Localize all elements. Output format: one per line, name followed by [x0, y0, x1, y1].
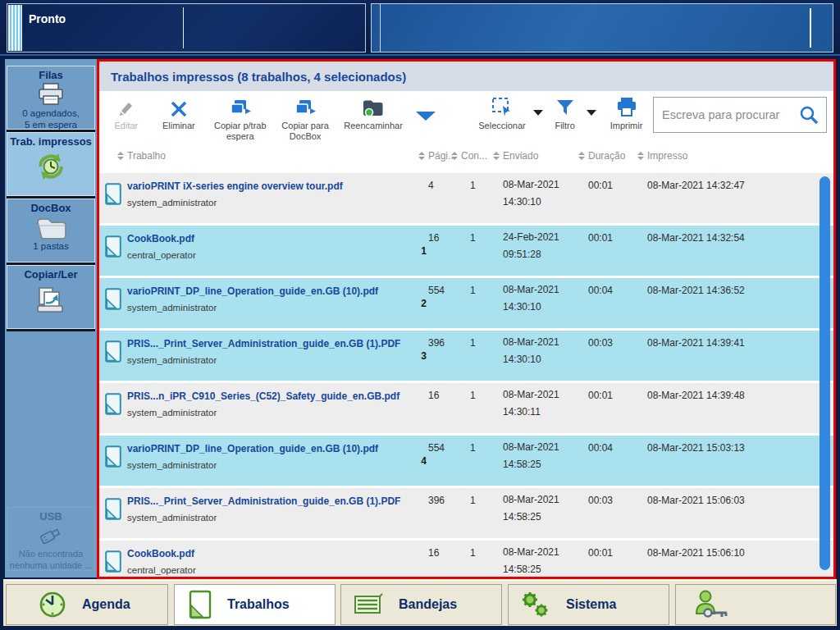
column-header-impresso[interactable]: Impresso [647, 150, 808, 162]
table-row[interactable]: CookBook.pdfcentral_operator116124-Feb-2… [99, 226, 833, 276]
tab-label: Sistema [566, 597, 616, 612]
document-icon [188, 590, 212, 619]
sort-icon [418, 152, 425, 160]
job-owner: system_administrator [127, 303, 412, 313]
job-copies: 1 [461, 278, 503, 328]
sidebar-item-usb: USB Não encontrada nenhuma unidade ... [7, 507, 95, 571]
search-box [653, 97, 827, 133]
status-panel: Pronto [7, 3, 366, 52]
chevron-down-icon [416, 112, 436, 121]
sidebar-item-docbox[interactable]: DocBox 1 pastas [7, 199, 95, 262]
job-duration: 00:04 [588, 436, 647, 486]
table-row[interactable]: PRIS...n_iPR_C910_Series_(C52)_Safety_gu… [99, 383, 833, 433]
job-copies: 1 [461, 173, 503, 223]
chevron-down-icon [587, 110, 596, 116]
column-header-trabalho[interactable]: Trabalho [127, 150, 412, 162]
select-button[interactable]: Seleccionar [474, 97, 531, 131]
select-area-icon [491, 97, 513, 118]
filter-button[interactable]: Filtro [546, 97, 583, 131]
bottom-tab-bar: Agenda Trabalhos Bandejas [0, 579, 840, 630]
printer-icon [7, 82, 94, 107]
copy-to-waiting-button[interactable]: Copiar p/trab espera [208, 97, 272, 142]
tab-bandejas[interactable]: Bandejas [340, 584, 502, 625]
document-icon [99, 541, 127, 579]
job-copies: 1 [461, 436, 503, 486]
table-row[interactable]: varioPRINT_DP_line_Operation_guide_en.GB… [99, 278, 833, 328]
trays-icon [353, 591, 384, 618]
tab-trabalhos[interactable]: Trabalhos [174, 584, 336, 625]
job-pages: 4 [428, 173, 461, 223]
search-icon[interactable] [798, 104, 819, 126]
table-row[interactable]: varioPRINT_DP_line_Operation_guide_en.GB… [99, 436, 833, 486]
tab-label: Trabalhos [227, 597, 290, 612]
table-row[interactable]: varioPRINT iX-series engine overview tou… [99, 173, 833, 223]
job-name: CookBook.pdf [127, 548, 412, 559]
printer-status-text: Pronto [29, 12, 66, 25]
job-name: varioPRINT iX-series engine overview tou… [127, 180, 412, 192]
copy-scan-icon [7, 281, 94, 317]
divider [183, 7, 184, 48]
sort-icon [117, 152, 124, 160]
more-actions-button[interactable] [409, 112, 442, 121]
tab-label: Bandejas [399, 597, 457, 612]
divider [380, 4, 381, 52]
job-name: CookBook.pdf [127, 233, 412, 244]
sort-icon [451, 152, 458, 160]
select-dropdown-button[interactable] [530, 110, 546, 116]
table-row[interactable]: PRIS..._Print_Server_Administration_guid… [99, 488, 833, 538]
table-row[interactable]: PRIS..._Print_Server_Administration_guid… [99, 331, 833, 381]
job-owner: central_operator [127, 565, 412, 575]
job-owner: system_administrator [127, 198, 412, 208]
document-icon [99, 278, 127, 328]
selection-order: 2 [412, 278, 428, 328]
job-sent: 08-Mar-202114:30:10 [503, 331, 588, 381]
tab-login-key[interactable] [675, 584, 836, 625]
vertical-scrollbar[interactable] [819, 176, 830, 570]
job-name: varioPRINT_DP_line_Operation_guide_en.GB… [127, 285, 412, 297]
clock-icon [38, 590, 67, 619]
job-pages: 16 [428, 226, 461, 276]
message-panel [371, 3, 833, 52]
tab-agenda[interactable]: Agenda [6, 584, 168, 625]
table-row[interactable]: CookBook.pdfcentral_operator16108-Mar-20… [99, 541, 833, 579]
selection-order: 3 [412, 331, 428, 381]
job-pages: 16 [428, 541, 461, 579]
usb-sub-2: nenhuma unidade ... [7, 560, 94, 572]
job-sent: 08-Mar-202114:58:25 [503, 541, 588, 579]
sort-icon [578, 152, 585, 160]
sidebar-item-trab-impressos[interactable]: Trab. impressos [7, 132, 95, 196]
sidebar-spacer [7, 331, 95, 507]
job-printed: 08-Mar-2021 15:06:10 [647, 541, 808, 579]
filas-sub-1: 0 agendados, [7, 107, 94, 119]
sidebar-item-filas[interactable]: Filas 0 agendados, 5 em espera [7, 66, 95, 130]
job-copies: 1 [461, 541, 503, 579]
job-name: PRIS...n_iPR_C910_Series_(C52)_Safety_gu… [127, 390, 412, 402]
toolbar: Editar Eliminar [99, 91, 833, 142]
delete-button[interactable]: Eliminar [150, 97, 208, 131]
job-pages: 396 [428, 331, 461, 381]
job-printed: 08-Mar-2021 14:36:52 [647, 278, 808, 328]
search-input[interactable] [662, 108, 798, 121]
document-icon [99, 226, 127, 276]
job-duration: 00:01 [588, 226, 647, 276]
job-duration: 00:01 [588, 383, 647, 433]
user-key-icon [694, 589, 733, 620]
selection-order [412, 383, 428, 433]
table-header: Trabalho Pági... Con... Enviado Duração [99, 142, 833, 170]
job-duration: 00:03 [588, 331, 647, 381]
copy-to-docbox-button[interactable]: Copiar para DocBox [272, 97, 337, 142]
job-duration: 00:04 [588, 278, 647, 328]
filter-dropdown-button[interactable] [583, 110, 600, 116]
print-button[interactable]: Imprimir [600, 97, 653, 131]
document-icon [99, 488, 127, 538]
delete-x-icon [170, 97, 188, 118]
job-duration: 00:01 [588, 173, 647, 223]
forward-button[interactable]: Reencaminhar [338, 97, 409, 131]
edit-button[interactable]: Editar [103, 97, 150, 131]
column-header-enviado[interactable]: Enviado [503, 150, 588, 162]
chevron-down-icon [533, 110, 543, 116]
job-printed: 08-Mar-2021 15:03:13 [647, 436, 808, 486]
sidebar-item-copiar-ler[interactable]: Copiar/Ler [7, 265, 95, 329]
filter-icon [555, 97, 575, 118]
tab-sistema[interactable]: Sistema [508, 584, 669, 625]
